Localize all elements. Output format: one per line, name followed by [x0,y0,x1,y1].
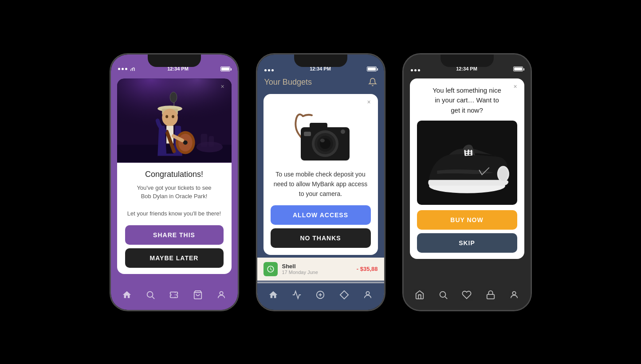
nav-home-1[interactable] [121,289,133,301]
svg-rect-48 [487,294,494,299]
maybe-later-button[interactable]: MAYBE LATER [125,248,224,268]
nav-search-3[interactable] [437,289,449,301]
svg-point-35 [366,291,369,294]
close-button-2[interactable]: × [365,98,374,106]
svg-line-42 [465,153,472,153]
transaction-shell: Shell 17 Monday June - $35,88 [257,258,384,281]
nav-profile-1[interactable] [216,289,227,301]
popup-title-1: Congratulations! [125,170,224,179]
notch-3 [440,55,494,67]
nav-plus-2[interactable] [315,289,326,301]
no-thanks-button[interactable]: NO THANKS [271,228,371,248]
camera-image [285,103,356,165]
camera-popup-text: To use mobile check deposit you need to … [271,169,370,199]
app-header-2: Your Budgets [257,74,384,92]
svg-point-28 [320,139,325,142]
popup-subtitle-1: You've got your tickets to see Bob Dylan… [125,184,224,218]
phone-2: 12:34 PM Your Budgets × [256,54,385,311]
camera-popup-body: To use mobile check deposit you need to … [263,169,378,205]
svg-rect-5 [201,133,207,147]
shell-details: Shell 17 Monday June [282,263,352,275]
nav-profile-2[interactable] [362,289,374,301]
bottom-nav-3 [404,283,531,310]
nav-profile-3[interactable] [508,289,520,301]
popup-content-1: Congratulations! You've got your tickets… [117,163,232,274]
popup-card-3: × You left something nice in your cart… … [410,78,524,259]
bottom-nav-1 [111,283,238,310]
buy-now-button[interactable]: BUY NOW [417,210,517,230]
battery-area-2 [367,67,377,71]
nav-diamond-2[interactable] [338,289,350,301]
svg-point-49 [512,291,515,294]
shoe-image [417,121,517,205]
svg-point-13 [172,115,174,118]
phones-container: 12:34 PM × [110,54,531,311]
battery-area-3 [513,67,523,71]
bottom-nav-2 [257,283,384,310]
svg-point-19 [147,291,153,297]
phone-1: 12:34 PM × [110,54,239,311]
svg-point-12 [165,115,168,118]
shell-icon [263,262,278,276]
nav-cart-1[interactable] [192,289,204,301]
nav-home-2[interactable] [267,289,279,301]
cart-popup-title: You left something nice in your cart… Wa… [417,86,517,116]
close-button-1[interactable]: × [218,82,227,91]
nav-home-3[interactable] [414,289,425,301]
notch-1 [148,55,201,67]
svg-marker-34 [340,290,348,298]
camera-popup-buttons: ALLOW ACCESS NO THANKS [263,205,378,248]
signal-dots-3 [411,69,420,71]
popup-card-2: × [263,94,378,255]
skip-button[interactable]: SKIP [417,233,517,253]
nav-chart-2[interactable] [291,289,303,301]
battery-area-1 [220,67,230,71]
phone-3: 12:34 PM × You left something nice in yo… [403,54,531,311]
svg-point-21 [220,291,223,294]
notch-2 [294,55,347,67]
svg-rect-23 [310,123,327,129]
nav-heart-3[interactable] [461,289,472,301]
svg-line-47 [445,297,447,299]
share-this-button[interactable]: SHARE THIS [125,225,224,245]
svg-point-46 [440,291,446,297]
nav-ticket-1[interactable] [168,289,180,301]
svg-line-43 [465,155,472,156]
svg-line-41 [465,151,472,152]
signal-dots-1 [118,67,135,71]
svg-rect-6 [208,136,214,147]
nav-lock-3[interactable] [485,289,496,301]
svg-point-11 [162,109,178,126]
budgets-title: Your Budgets [264,78,312,87]
svg-point-45 [498,167,508,181]
close-button-3[interactable]: × [511,82,520,91]
allow-access-button[interactable]: ALLOW ACCESS [271,205,371,225]
nav-search-1[interactable] [145,289,156,301]
signal-dots-2 [264,69,274,71]
svg-point-8 [170,92,177,102]
svg-rect-29 [304,132,311,136]
svg-line-20 [152,297,154,299]
svg-point-30 [341,129,345,134]
svg-rect-40 [470,150,472,156]
popup-card-1: × [117,78,232,274]
concert-image [117,78,232,163]
